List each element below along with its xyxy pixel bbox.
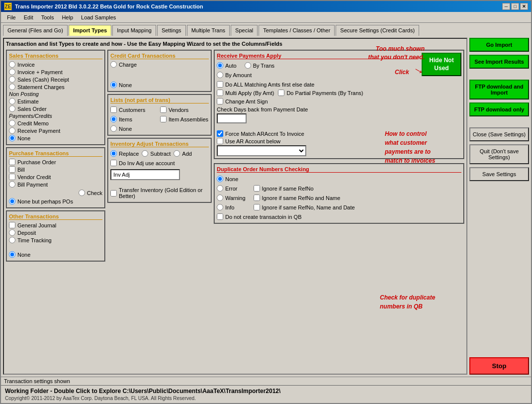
menu-tools[interactable]: Tools	[37, 13, 58, 21]
cb-ignore-refno[interactable]: Ignore if same RefNo	[254, 185, 355, 192]
radio-items-input[interactable]	[110, 116, 117, 122]
cb-vendor-credit[interactable]: Vendor Credit	[9, 174, 102, 180]
radio-time-tracking[interactable]: Time Tracking	[9, 237, 102, 243]
radio-items[interactable]: Items	[110, 116, 159, 122]
radio-by-amount-input[interactable]	[217, 72, 223, 78]
radio-cc-none[interactable]: None	[110, 82, 209, 88]
radio-check[interactable]: Check	[79, 190, 102, 196]
radio-sales-none-input[interactable]	[9, 135, 15, 141]
radio-lists-none-input[interactable]	[110, 125, 117, 132]
radio-sales-none[interactable]: None	[9, 135, 102, 141]
radio-invoice[interactable]: Invoice	[9, 61, 102, 68]
tab-multiple-trans[interactable]: Multiple Trans	[187, 25, 230, 36]
cb-general-journal-input[interactable]	[9, 222, 15, 228]
cb-ignore-refno-name-date-input[interactable]	[254, 204, 260, 210]
menu-help[interactable]: Help	[58, 13, 77, 21]
radio-by-amount[interactable]: By Amount	[217, 72, 418, 78]
cb-force-match-input[interactable]	[217, 130, 223, 137]
cb-item-assemblies[interactable]: Item Assemblies	[160, 116, 209, 122]
radio-lists-none[interactable]: None	[110, 125, 209, 132]
radio-time-tracking-input[interactable]	[9, 237, 15, 243]
tab-special[interactable]: Special	[231, 25, 258, 36]
cb-item-assemblies-input[interactable]	[160, 116, 167, 122]
minimize-button[interactable]: ─	[502, 3, 510, 10]
radio-sales-cash[interactable]: Sales (Cash) Receipt	[9, 76, 102, 83]
inv-adj-input[interactable]	[110, 169, 180, 180]
radio-credit-memo-input[interactable]	[9, 120, 15, 126]
radio-none-but-pos-input[interactable]	[9, 198, 15, 204]
radio-deposit[interactable]: Deposit	[9, 229, 102, 236]
radio-warning-input[interactable]	[217, 195, 223, 201]
radio-add[interactable]: Add	[174, 150, 192, 157]
cb-do-not-create[interactable]: Do not create transactoin in QB	[217, 213, 461, 220]
go-import-button[interactable]: Go Import	[469, 38, 529, 52]
radio-replace-input[interactable]	[110, 150, 117, 157]
radio-sales-cash-input[interactable]	[9, 76, 15, 83]
radio-statement-charges[interactable]: Statement Charges	[9, 84, 102, 90]
radio-receive-payment-input[interactable]	[9, 127, 15, 134]
cb-do-inv-adj-input[interactable]	[110, 160, 117, 166]
radio-charge[interactable]: Charge	[110, 61, 209, 68]
cb-do-all[interactable]: Do ALL Matching Amts first else date	[217, 81, 418, 88]
see-import-results-button[interactable]: See Import Results	[469, 55, 529, 69]
menu-file[interactable]: File	[3, 13, 20, 21]
cb-transfer-inventory-input[interactable]	[110, 190, 117, 197]
tab-secure-settings[interactable]: Secure Settings (Credit Cards)	[336, 25, 419, 36]
cb-change-amt[interactable]: Change Amt Sign	[217, 98, 418, 104]
radio-other-none[interactable]: None	[9, 251, 102, 258]
menu-edit[interactable]: Edit	[20, 13, 37, 21]
cb-ignore-refno-name[interactable]: Ignore if same RefNo and Name	[254, 195, 355, 201]
check-days-input[interactable]	[217, 113, 247, 123]
maximize-button[interactable]: □	[511, 3, 519, 10]
cb-vendor-credit-input[interactable]	[9, 174, 15, 180]
cb-multi-apply[interactable]: Multi Apply (By Amt)	[217, 90, 274, 96]
tab-general[interactable]: General (Files and Go)	[3, 25, 68, 36]
radio-subtract-input[interactable]	[142, 150, 148, 157]
cb-purchase-order-input[interactable]	[9, 159, 15, 165]
radio-bill-payment-input[interactable]	[9, 181, 15, 188]
cb-force-match[interactable]: Force Match ARAccnt To Invoice	[217, 130, 461, 137]
stop-button[interactable]: Stop	[469, 357, 529, 375]
cb-bill-input[interactable]	[9, 166, 15, 173]
ftp-download-only-button[interactable]: FTP download only	[469, 102, 529, 116]
cb-transfer-inventory[interactable]: Transfer Inventory (Gold Edition or Bett…	[110, 187, 209, 199]
radio-by-trans[interactable]: By Trans	[245, 62, 274, 69]
cb-do-all-input[interactable]	[217, 81, 223, 88]
radio-dup-none[interactable]: None	[217, 176, 238, 182]
radio-deposit-input[interactable]	[9, 229, 15, 236]
radio-other-none-input[interactable]	[9, 251, 15, 258]
cb-bill[interactable]: Bill	[9, 166, 102, 173]
cb-general-journal[interactable]: General Journal	[9, 222, 102, 228]
cb-vendors[interactable]: Vendors	[160, 106, 209, 113]
cb-do-not-create-input[interactable]	[217, 213, 223, 220]
cb-customers-input[interactable]	[110, 106, 117, 113]
cb-change-amt-input[interactable]	[217, 98, 223, 104]
close-save-button[interactable]: Close (Save Settings)	[469, 127, 529, 141]
cb-do-inv-adj[interactable]: Do Inv Adj use account	[110, 160, 209, 166]
radio-auto[interactable]: Auto	[217, 62, 237, 69]
cb-use-ar-input[interactable]	[217, 138, 223, 144]
radio-cc-none-input[interactable]	[110, 82, 117, 88]
ar-account-select[interactable]	[217, 145, 306, 156]
save-settings-button[interactable]: Save Settings	[469, 167, 529, 181]
radio-error[interactable]: Error	[217, 185, 246, 192]
cb-ignore-refno-input[interactable]	[254, 185, 260, 192]
radio-invoice-payment-input[interactable]	[9, 69, 15, 75]
cb-purchase-order[interactable]: Purchase Order	[9, 159, 102, 165]
radio-warning[interactable]: Warning	[217, 195, 246, 201]
ftp-download-import-button[interactable]: FTP download and Import	[469, 80, 529, 100]
radio-none-but-pos[interactable]: None but perhaps POs	[9, 198, 102, 204]
radio-invoice-input[interactable]	[9, 61, 15, 68]
cb-multi-apply-input[interactable]	[217, 90, 223, 96]
radio-by-trans-input[interactable]	[245, 62, 251, 69]
tab-input-mapping[interactable]: Input Mapping	[112, 25, 156, 36]
radio-subtract[interactable]: Subtract	[142, 150, 171, 157]
cb-ignore-refno-name-date[interactable]: Ignore if same RefNo, Name and Date	[254, 204, 355, 210]
tab-settings[interactable]: Settings	[157, 25, 186, 36]
radio-statement-charges-input[interactable]	[9, 84, 15, 90]
radio-sales-order-input[interactable]	[9, 105, 15, 112]
quit-dont-save-button[interactable]: Quit (Don't save Settings)	[469, 144, 529, 164]
footer-path[interactable]: Working Folder - Double Click to Explore…	[5, 388, 527, 395]
tab-import-types[interactable]: Import Types	[69, 25, 111, 36]
hide-not-used-button[interactable]: Hide Not Used	[422, 53, 461, 76]
